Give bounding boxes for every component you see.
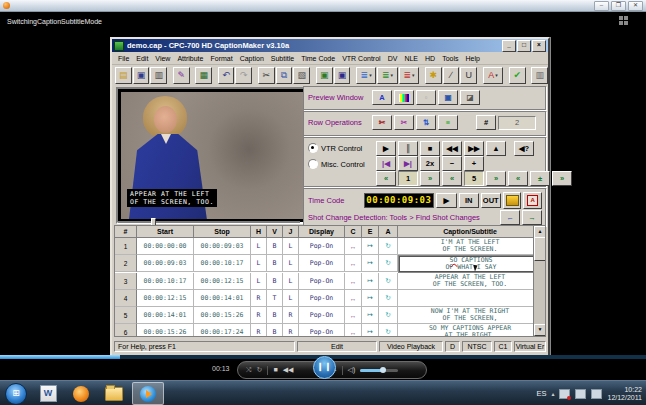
caption-cell[interactable]: NOW I'M AT THE RIGHTOF THE SCREEN, <box>398 307 543 324</box>
clock[interactable]: 10:22 12/12/2011 <box>607 386 642 402</box>
grid-scrollbar[interactable]: ▲ ▼ <box>533 226 545 336</box>
table-row[interactable]: 400:00:12:1500:00:14:01RTLPop-On↔↦↻ <box>115 290 545 307</box>
volume-slider[interactable] <box>360 369 398 372</box>
italic-icon[interactable]: ∕ <box>443 67 460 84</box>
language-indicator[interactable]: ES <box>536 389 546 398</box>
caption-position-top-icon[interactable]: ≣▾ <box>399 67 419 84</box>
shot-next-button[interactable]: → <box>522 210 542 225</box>
grid-header-e[interactable]: E <box>362 226 379 238</box>
open-icon[interactable]: ▤ <box>115 67 132 84</box>
start-button[interactable]: ⊞ <box>5 383 27 405</box>
caption-cell[interactable]: APPEAR AT THE LEFTOF THE SCREEN, TOO. <box>398 273 543 290</box>
step-fwd-5-button[interactable]: » <box>486 171 506 186</box>
step-fwd-custom-button[interactable]: » <box>552 171 572 186</box>
taskbar-item-word[interactable]: W <box>33 383 63 404</box>
menu-dv[interactable]: DV <box>385 55 401 62</box>
video-position-slider[interactable] <box>118 218 300 225</box>
caption-cell[interactable]: I'M AT THE LEFTOF THE SCREEN. <box>398 238 543 255</box>
menu-format[interactable]: Format <box>207 55 235 62</box>
grid-header-#[interactable]: # <box>115 226 137 238</box>
insert-row-button[interactable]: ≡ <box>438 115 458 130</box>
grid-header-stop[interactable]: Stop <box>194 226 251 238</box>
import-video-icon[interactable]: ▣ <box>316 67 333 84</box>
taskbar-item-explorer[interactable] <box>99 383 129 404</box>
spell-check-icon[interactable]: ✎ <box>173 67 190 84</box>
stop-button[interactable]: ■ <box>273 363 277 377</box>
redo-icon[interactable]: ↷ <box>235 67 252 84</box>
print-icon[interactable]: ▥ <box>150 67 167 84</box>
table-row[interactable]: 300:00:10:1700:00:12:15LBLPop-On↔↦↻APPEA… <box>115 273 545 290</box>
menu-subtitle[interactable]: Subtitle <box>268 55 297 62</box>
mark-in-button[interactable]: IN <box>459 193 479 208</box>
menu-edit[interactable]: Edit <box>133 55 151 62</box>
merge-row-button[interactable]: ✂ <box>394 115 414 130</box>
menu-help[interactable]: Help <box>462 55 482 62</box>
volume-thumb[interactable] <box>380 367 386 373</box>
caption-cell[interactable] <box>398 290 543 307</box>
row-number-button[interactable]: # <box>476 115 496 130</box>
taskbar-item-media-player[interactable] <box>132 382 164 405</box>
video-preview[interactable]: APPEAR AT THE LEFT OF THE SCREEN, TOO. <box>116 87 309 224</box>
grid-header-a[interactable]: A <box>379 226 398 238</box>
swap-rows-button[interactable]: ⇅ <box>416 115 436 130</box>
blank-display-button[interactable]: ▫ <box>416 90 436 105</box>
step-custom-value[interactable]: ± <box>530 171 550 186</box>
rewind-button[interactable]: ◀◀ <box>442 141 462 156</box>
step-1-value[interactable]: 1 <box>398 171 418 186</box>
close-button[interactable]: ✕ <box>628 1 643 11</box>
menu-nle[interactable]: NLE <box>401 55 421 62</box>
undo-icon[interactable]: ↶ <box>218 67 235 84</box>
save-icon[interactable]: ▣ <box>133 67 150 84</box>
flash-icon[interactable]: ✱ <box>425 67 442 84</box>
speed-button[interactable]: 2x <box>420 156 440 171</box>
eject-button[interactable]: ▲ <box>486 141 506 156</box>
network-icon[interactable] <box>559 389 570 399</box>
stop-button[interactable]: ■ <box>420 141 440 156</box>
scroll-down-icon[interactable]: ▼ <box>534 324 546 336</box>
grid-header-display[interactable]: Display <box>299 226 345 238</box>
cut-icon[interactable]: ✂ <box>258 67 275 84</box>
grid-header-start[interactable]: Start <box>137 226 194 238</box>
app-maximize-button[interactable]: □ <box>517 40 531 52</box>
caption-position-middle-icon[interactable]: ≣▾ <box>377 67 397 84</box>
captionmaker-title-bar[interactable]: demo.cap - CPC-700 HD CaptionMaker v3.10… <box>112 39 548 52</box>
volume-icon[interactable] <box>591 389 602 399</box>
color-bars-button[interactable] <box>394 90 414 105</box>
encode-icon[interactable]: ▥ <box>531 67 548 84</box>
menu-tools[interactable]: Tools <box>439 55 461 62</box>
menu-hd[interactable]: HD <box>422 55 438 62</box>
split-row-button[interactable]: ✄ <box>372 115 392 130</box>
caption-position-bottom-icon[interactable]: ≣▾ <box>356 67 376 84</box>
grid-header-v[interactable]: V <box>267 226 283 238</box>
font-color-icon[interactable]: A▾ <box>483 67 503 84</box>
menu-time-code[interactable]: Time Code <box>298 55 338 62</box>
step-back-5-button[interactable]: « <box>442 171 462 186</box>
pause-button[interactable]: ❙❙ <box>313 356 336 379</box>
export-video-icon[interactable]: ▣ <box>334 67 351 84</box>
caption-cell[interactable]: SO CAPTIONSOF WHAT I SAY <box>398 255 544 273</box>
check-icon[interactable]: ✔ <box>509 67 526 84</box>
menu-file[interactable]: File <box>115 55 132 62</box>
taskbar-item-firefox[interactable] <box>66 383 96 404</box>
minus-button[interactable]: − <box>442 156 462 171</box>
misc-control-radio[interactable]: Misc. Control <box>308 159 365 169</box>
minimize-button[interactable]: – <box>594 1 609 11</box>
player-video-area[interactable]: SwitchingCaptionSubtitleMode demo.cap - … <box>0 12 646 355</box>
tv-output-button[interactable]: ◪ <box>460 90 480 105</box>
goto-in-button[interactable]: |◀ <box>376 156 396 171</box>
paste-icon[interactable]: ▧ <box>293 67 310 84</box>
step-fwd-1-button[interactable]: » <box>420 171 440 186</box>
mute-button[interactable]: ◁) <box>348 363 356 377</box>
pause-button[interactable]: ║ <box>398 141 418 156</box>
app-close-button[interactable]: × <box>532 40 546 52</box>
tc-play-button[interactable]: ▶ <box>436 193 457 208</box>
grid-header-h[interactable]: H <box>251 226 267 238</box>
grid-header-c[interactable]: C <box>345 226 362 238</box>
repeat-icon[interactable]: ↻ <box>257 363 263 377</box>
grid-header-j[interactable]: J <box>283 226 299 238</box>
menu-attribute[interactable]: Attribute <box>174 55 206 62</box>
scrollbar-thumb[interactable] <box>534 237 546 261</box>
shuffle-icon[interactable]: ⤨ <box>246 363 252 377</box>
play-button[interactable]: ▶ <box>376 141 396 156</box>
menu-view[interactable]: View <box>152 55 173 62</box>
